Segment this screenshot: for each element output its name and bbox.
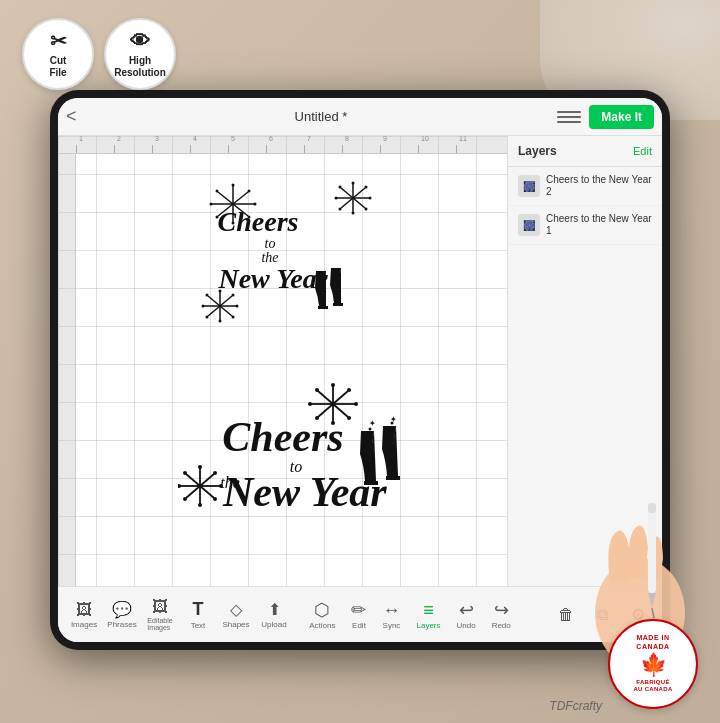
grid-view-icon[interactable] bbox=[557, 105, 581, 129]
canada-top-text: MADE IN CANADA bbox=[636, 634, 669, 651]
layers-tool[interactable]: ≡ Layers bbox=[416, 600, 440, 630]
svg-line-7 bbox=[233, 192, 248, 204]
text-tool[interactable]: T Text bbox=[180, 595, 216, 634]
svg-point-28 bbox=[351, 212, 354, 215]
svg-point-25 bbox=[338, 186, 341, 189]
tablet-screen: < Untitled * Make It 1 2 3 4 5 6 bbox=[58, 98, 662, 642]
svg-point-55 bbox=[338, 268, 340, 270]
editable-images-tool[interactable]: 🖼 EditableImages bbox=[142, 594, 178, 635]
svg-point-70 bbox=[354, 402, 358, 406]
delete-tool[interactable]: 🗑 bbox=[552, 601, 580, 629]
redo-tool[interactable]: ↪ Redo bbox=[492, 599, 511, 630]
bottom-left-tools: 🖼 Images 💬 Phrases 🖼 EditableImages T Te… bbox=[58, 594, 278, 635]
svg-point-24 bbox=[351, 182, 354, 185]
svg-line-79 bbox=[200, 474, 214, 486]
edit-tool[interactable]: ✏ Edit bbox=[351, 599, 366, 630]
canada-circle: MADE IN CANADA 🍁 FABRIQUÉ AU CANADA bbox=[608, 619, 698, 709]
sync-icon: ↔ bbox=[382, 600, 400, 621]
svg-line-43 bbox=[220, 296, 232, 306]
svg-point-15 bbox=[247, 190, 250, 193]
svg-point-53 bbox=[320, 271, 322, 273]
svg-point-29 bbox=[364, 208, 367, 211]
svg-line-37 bbox=[208, 296, 220, 306]
svg-line-41 bbox=[220, 306, 232, 316]
svg-point-27 bbox=[338, 208, 341, 211]
svg-point-44 bbox=[218, 290, 221, 293]
scissors-icon: ✂ bbox=[50, 29, 67, 53]
svg-rect-99 bbox=[648, 503, 656, 593]
svg-line-1 bbox=[218, 192, 233, 204]
shapes-tool[interactable]: ◇ Shapes bbox=[218, 596, 254, 633]
svg-line-17 bbox=[341, 188, 353, 198]
svg-text:✦: ✦ bbox=[369, 419, 376, 428]
images-tool[interactable]: 🖼 Images bbox=[66, 597, 102, 633]
back-button[interactable]: < bbox=[66, 106, 77, 127]
svg-point-8 bbox=[231, 184, 234, 187]
svg-point-54 bbox=[335, 271, 337, 273]
svg-point-71 bbox=[347, 388, 351, 392]
canvas-area[interactable]: 1 2 3 4 5 6 7 8 9 10 11 bbox=[58, 136, 507, 586]
svg-line-63 bbox=[333, 391, 348, 404]
shapes-icon: ◇ bbox=[230, 600, 242, 619]
redo-icon: ↪ bbox=[494, 599, 509, 621]
layer-thumb-2: 🎆 bbox=[518, 175, 540, 197]
app-bottom-toolbar: 🖼 Images 💬 Phrases 🖼 EditableImages T Te… bbox=[58, 586, 662, 642]
svg-point-49 bbox=[231, 316, 234, 319]
svg-line-75 bbox=[186, 486, 200, 498]
svg-line-21 bbox=[353, 198, 365, 208]
edit-icon: ✏ bbox=[351, 599, 366, 621]
svg-point-64 bbox=[331, 383, 335, 387]
layers-panel-title: Layers bbox=[518, 144, 557, 158]
svg-point-47 bbox=[205, 316, 208, 319]
artwork-container: Cheers to the New Year bbox=[88, 166, 507, 586]
sync-tool[interactable]: ↔ Sync bbox=[382, 600, 400, 630]
svg-text:to: to bbox=[264, 236, 275, 251]
undo-tool[interactable]: ↩ Undo bbox=[457, 599, 476, 630]
svg-point-94 bbox=[386, 427, 389, 430]
layer-name-2: Cheers to the New Year 2 bbox=[546, 174, 652, 198]
phrases-tool[interactable]: 💬 Phrases bbox=[104, 596, 140, 633]
badge-container: ✂ Cut File 👁 High Resolution bbox=[22, 18, 176, 90]
layer-name-1: Cheers to the New Year 1 bbox=[546, 213, 652, 237]
images-icon: 🖼 bbox=[76, 601, 92, 619]
svg-point-87 bbox=[213, 471, 217, 475]
svg-line-73 bbox=[186, 474, 200, 486]
artwork-bottom-svg: Cheers to New Year the bbox=[178, 376, 418, 571]
svg-point-66 bbox=[308, 402, 312, 406]
svg-text:New Year: New Year bbox=[217, 263, 328, 294]
svg-line-19 bbox=[341, 198, 353, 208]
svg-point-65 bbox=[315, 388, 319, 392]
svg-point-52 bbox=[317, 275, 319, 277]
tablet: < Untitled * Make It 1 2 3 4 5 6 bbox=[50, 90, 670, 650]
svg-point-81 bbox=[183, 471, 187, 475]
svg-point-83 bbox=[183, 497, 187, 501]
svg-line-57 bbox=[318, 391, 333, 404]
made-in-canada-badge: MADE IN CANADA 🍁 FABRIQUÉ AU CANADA bbox=[608, 619, 698, 709]
app-title: Untitled * bbox=[85, 109, 558, 124]
svg-line-23 bbox=[353, 188, 365, 198]
canada-bottom-text: FABRIQUÉ AU CANADA bbox=[633, 679, 672, 693]
svg-text:✦: ✦ bbox=[390, 415, 397, 424]
layers-icon: ≡ bbox=[423, 600, 434, 621]
svg-text:Cheers: Cheers bbox=[222, 414, 343, 460]
layer-item-1[interactable]: 🎆 Cheers to the New Year 1 bbox=[508, 206, 662, 245]
make-it-button[interactable]: Make It bbox=[589, 105, 654, 129]
svg-point-51 bbox=[231, 294, 234, 297]
svg-point-48 bbox=[218, 320, 221, 323]
svg-text:the: the bbox=[220, 474, 240, 491]
svg-point-46 bbox=[201, 305, 204, 308]
maple-leaf-icon: 🍁 bbox=[640, 652, 667, 678]
layers-edit-button[interactable]: Edit bbox=[633, 145, 652, 157]
svg-point-50 bbox=[235, 305, 238, 308]
app-main: 1 2 3 4 5 6 7 8 9 10 11 bbox=[58, 136, 662, 586]
actions-tool[interactable]: ⬡ Actions bbox=[309, 599, 335, 630]
svg-point-85 bbox=[213, 497, 217, 501]
undo-icon: ↩ bbox=[459, 599, 474, 621]
svg-rect-100 bbox=[648, 503, 656, 513]
svg-point-31 bbox=[364, 186, 367, 189]
layer-item-2[interactable]: 🎆 Cheers to the New Year 2 bbox=[508, 167, 662, 206]
svg-point-84 bbox=[198, 503, 202, 507]
bottom-center-tools: ⬡ Actions ✏ Edit ↔ Sync ≡ Layers ↩ Und bbox=[278, 599, 542, 630]
svg-line-39 bbox=[208, 306, 220, 316]
svg-line-77 bbox=[200, 486, 214, 498]
